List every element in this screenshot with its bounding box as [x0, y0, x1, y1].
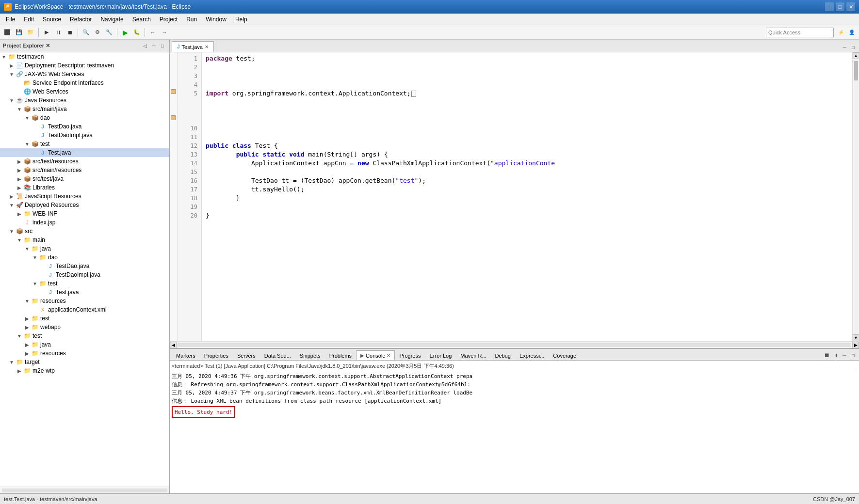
editor-vscroll[interactable]: ▲ ▼ [852, 52, 859, 341]
close-button[interactable]: ✕ [846, 2, 855, 11]
tree-toggle-smr[interactable]: ▶ [16, 168, 23, 173]
menu-window[interactable]: Window [202, 15, 230, 24]
editor-minimize-btn[interactable]: ─ [841, 43, 848, 51]
menu-navigate[interactable]: Navigate [97, 15, 127, 24]
hscroll-left-btn[interactable]: ◀ [170, 342, 177, 348]
tree-item-test-res[interactable]: ▶ 📁 test [0, 314, 169, 323]
tree-item-testdao[interactable]: J TestDao.java [0, 122, 169, 131]
console-controls-2[interactable]: ⏸ [832, 351, 840, 359]
tree-item-deployed-resources[interactable]: ▼ 🚀 Deployed Resources [0, 201, 169, 209]
toolbar-btn-8[interactable]: ⚙ [92, 27, 103, 38]
toolbar-btn-9[interactable]: 🔧 [104, 27, 114, 38]
tab-close-btn[interactable]: ✕ [205, 44, 209, 49]
quick-access-input[interactable] [766, 28, 834, 37]
editor-maximize-btn[interactable]: □ [849, 43, 857, 51]
toolbar-run-btn[interactable]: ▶ [120, 27, 130, 38]
tree-toggle-test-pkg[interactable]: ▼ [23, 142, 31, 147]
menu-edit[interactable]: Edit [20, 15, 38, 24]
tree-toggle-js[interactable]: ▶ [8, 194, 16, 199]
tree-toggle-resources-src2[interactable]: ▶ [23, 351, 31, 356]
left-hscroll[interactable] [0, 487, 169, 493]
tree-toggle-str[interactable]: ▶ [16, 159, 23, 164]
tab-servers[interactable]: Servers [233, 350, 260, 360]
tree-item-testmaven[interactable]: ▼ 📁 testmaven [0, 52, 169, 61]
tab-markers[interactable]: Markers [172, 350, 200, 360]
menu-source[interactable]: Source [39, 15, 65, 24]
tab-mavenr[interactable]: Maven R... [456, 350, 490, 360]
tree-item-index-jsp[interactable]: J index.jsp [0, 218, 169, 227]
minimize-button[interactable]: ─ [825, 2, 834, 11]
tree-item-smr[interactable]: ▶ 📦 src/main/resources [0, 166, 169, 174]
tree-toggle-dao-folder[interactable]: ▼ [31, 255, 39, 260]
menu-project[interactable]: Project [156, 15, 181, 24]
panel-collapse-btn[interactable]: ◁ [141, 42, 149, 50]
tree-toggle-stj[interactable]: ▶ [16, 176, 23, 182]
menu-search[interactable]: Search [129, 15, 155, 24]
toolbar-btn-11[interactable]: → [159, 27, 170, 38]
tree-toggle-resources[interactable]: ▼ [23, 299, 31, 304]
toolbar-btn-10[interactable]: ← [147, 27, 158, 38]
tree-toggle-java-src2[interactable]: ▶ [23, 342, 31, 347]
tree-item-main[interactable]: ▼ 📁 main [0, 236, 169, 244]
toolbar-btn-6[interactable]: ⏹ [65, 27, 75, 38]
tree-item-web-services[interactable]: 🌐 Web Services [0, 87, 169, 96]
toolbar-btn-5[interactable]: ⏸ [53, 27, 64, 38]
code-content[interactable]: package test; import org.springframework… [202, 52, 852, 341]
tab-console-close[interactable]: ✕ [387, 353, 390, 358]
tree-toggle-test-src2[interactable]: ▼ [16, 333, 23, 339]
tree-toggle-dao[interactable]: ▼ [23, 115, 31, 121]
tree-toggle-dd[interactable]: ▶ [8, 63, 16, 68]
tree-item-src-main-java[interactable]: ▼ 📦 src/main/java [0, 105, 169, 113]
toolbar-btn-2[interactable]: 💾 [14, 27, 24, 38]
tree-item-java-folder[interactable]: ▼ 📁 java [0, 244, 169, 253]
tab-snippets[interactable]: Snippets [295, 350, 325, 360]
tab-test-java[interactable]: J Test.java ✕ [172, 41, 214, 52]
perspective-btn[interactable]: ⚡ [836, 27, 846, 38]
tab-coverage[interactable]: Coverage [549, 350, 581, 360]
menu-help[interactable]: Help [231, 15, 251, 24]
tree-toggle-m2e-wtp[interactable]: ▶ [16, 368, 23, 374]
maximize-button[interactable]: □ [836, 2, 844, 11]
tree-toggle-jr[interactable]: ▼ [8, 98, 16, 103]
tree-item-dao-folder[interactable]: ▼ 📁 dao [0, 253, 169, 262]
tree-item-deployment-descriptor[interactable]: ▶ 📄 Deployment Descriptor: testmaven [0, 61, 169, 70]
tree-toggle-test-folder[interactable]: ▼ [31, 281, 39, 286]
toolbar-btn-3[interactable]: 📁 [25, 27, 36, 38]
tree-item-test-pkg[interactable]: ▼ 📦 test [0, 140, 169, 148]
tree-toggle-testmaven[interactable]: ▼ [0, 54, 8, 60]
hscroll-right-btn[interactable]: ▶ [852, 342, 859, 348]
tab-console[interactable]: ▶ Console ✕ [356, 350, 395, 360]
tree-item-test-src[interactable]: J Test.java [0, 288, 169, 297]
tab-problems[interactable]: Problems [325, 350, 356, 360]
tree-item-java-resources[interactable]: ▼ ☕ Java Resources [0, 96, 169, 105]
tree-toggle-smj[interactable]: ▼ [16, 107, 23, 112]
toolbar-btn-7[interactable]: 🔍 [81, 27, 91, 38]
menu-file[interactable]: File [2, 15, 19, 24]
tree-item-jaxws[interactable]: ▼ 🔗 JAX-WS Web Services [0, 70, 169, 79]
tab-debug[interactable]: Debug [491, 350, 515, 360]
tree-item-dao[interactable]: ▼ 📦 dao [0, 113, 169, 122]
person-btn[interactable]: 👤 [846, 27, 857, 38]
vscroll-down-btn[interactable]: ▼ [853, 334, 859, 341]
console-controls-1[interactable]: ⏹ [823, 351, 831, 359]
menu-run[interactable]: Run [182, 15, 201, 24]
toolbar-btn-4[interactable]: ▶ [41, 27, 52, 38]
tree-item-test-folder[interactable]: ▼ 📁 test [0, 279, 169, 288]
vscroll-thumb[interactable] [854, 61, 858, 80]
tree-item-test-java[interactable]: J Test.java [0, 148, 169, 157]
panel-maximize-btn[interactable]: □ [159, 42, 166, 50]
console-maximize-btn[interactable]: □ [849, 351, 857, 359]
tree-item-webapp[interactable]: ▶ 📁 webapp [0, 323, 169, 331]
tree-item-js-resources[interactable]: ▶ 📜 JavaScript Resources [0, 192, 169, 201]
tree-toggle-test-res[interactable]: ▶ [23, 316, 31, 321]
panel-minimize-btn[interactable]: ─ [150, 42, 158, 50]
tree-toggle-main[interactable]: ▼ [16, 237, 23, 243]
tree-item-testdaoimpl[interactable]: J TestDaoImpl.java [0, 131, 169, 140]
tree-item-resources[interactable]: ▼ 📁 resources [0, 297, 169, 305]
tab-expressi[interactable]: Expressi... [515, 350, 549, 360]
tree-item-service-endpoint[interactable]: 📂 Service Endpoint Interfaces [0, 79, 169, 87]
tree-item-java-src2[interactable]: ▶ 📁 java [0, 340, 169, 349]
tree-toggle-java-folder[interactable]: ▼ [23, 246, 31, 252]
toolbar-debug-btn[interactable]: 🐛 [131, 27, 142, 38]
tree-item-m2e-wtp[interactable]: ▶ 📁 m2e-wtp [0, 366, 169, 375]
